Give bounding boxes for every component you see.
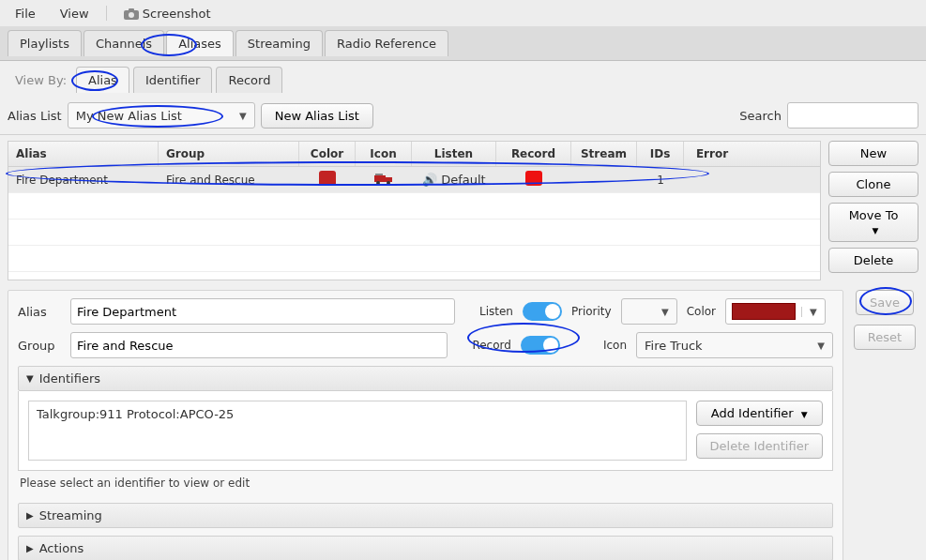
svg-rect-1 — [129, 8, 134, 11]
new-button[interactable]: New — [828, 141, 918, 166]
list-item[interactable]: Talkgroup:911 Protocol:APCO-25 — [37, 407, 678, 421]
sub-tab-record[interactable]: Record — [216, 67, 282, 93]
chevron-down-icon: ▼ — [26, 373, 34, 384]
tab-aliases[interactable]: Aliases — [166, 30, 234, 56]
svg-point-6 — [387, 181, 390, 185]
identifiers-label: Identifiers — [39, 371, 100, 386]
svg-rect-7 — [375, 174, 383, 175]
record-label: Record — [472, 339, 510, 352]
th-listen[interactable]: Listen — [412, 142, 496, 166]
new-alias-list-button[interactable]: New Alias List — [261, 103, 373, 129]
identifier-hint: Please select an identifier to view or e… — [18, 471, 833, 495]
add-identifier-button[interactable]: Add Identifier ▼ — [696, 401, 823, 426]
identifier-buttons: Add Identifier ▼ Delete Identifier — [696, 401, 823, 461]
chevron-down-icon: ▼ — [801, 307, 825, 317]
svg-point-5 — [376, 181, 380, 185]
tab-streaming[interactable]: Streaming — [235, 30, 323, 56]
aliaslist-label: Alias List — [8, 109, 62, 123]
th-error[interactable]: Error — [684, 142, 740, 166]
menu-separator — [106, 6, 107, 21]
chevron-down-icon: ▼ — [801, 410, 808, 419]
color-swatch — [319, 171, 336, 186]
chevron-right-icon: ▶ — [26, 510, 34, 521]
th-color[interactable]: Color — [299, 142, 356, 166]
cell-record — [496, 167, 571, 192]
identifiers-header[interactable]: ▼ Identifiers — [18, 366, 833, 391]
color-combo[interactable]: ▼ — [725, 298, 826, 325]
alias-field-row: Alias Listen Priority ▼ Color ▼ — [18, 298, 833, 325]
group-input[interactable] — [70, 332, 448, 358]
actions-label: Actions — [39, 541, 84, 555]
table-row[interactable] — [8, 219, 820, 246]
sub-tab-alias[interactable]: Alias — [76, 67, 129, 93]
menu-screenshot[interactable]: Screenshot — [114, 3, 220, 24]
icon-combo[interactable]: Fire Truck ▼ — [636, 332, 833, 358]
aliaslist-combo[interactable]: My New Alias List ▼ — [68, 102, 255, 129]
th-group[interactable]: Group — [159, 142, 299, 166]
color-label: Color — [687, 305, 716, 318]
menu-file[interactable]: File — [6, 3, 45, 24]
streaming-label: Streaming — [39, 508, 102, 522]
sub-area: View By: Alias Identifier Record Alias L… — [0, 61, 926, 135]
listen-toggle[interactable] — [523, 302, 562, 321]
priority-combo[interactable]: ▼ — [621, 298, 677, 325]
delete-identifier-button[interactable]: Delete Identifier — [696, 433, 823, 459]
cell-group: Fire and Rescue — [159, 170, 299, 190]
cell-error — [684, 176, 740, 184]
th-ids[interactable]: IDs — [637, 142, 684, 166]
move-to-button[interactable]: Move To ▼ — [828, 203, 918, 242]
identifiers-body: Talkgroup:911 Protocol:APCO-25 Add Ident… — [18, 391, 833, 471]
cell-stream — [571, 176, 637, 184]
table-row[interactable]: Fire Department Fire and Rescue 🔊 Defaul… — [8, 167, 820, 193]
side-button-column: New Clone Move To ▼ Delete — [828, 141, 918, 280]
listen-label: Listen — [479, 305, 513, 318]
sub-tab-identifier[interactable]: Identifier — [133, 67, 213, 93]
svg-rect-3 — [374, 175, 386, 182]
tab-channels[interactable]: Channels — [83, 30, 164, 56]
content-split: Alias Group Color Icon Listen Record Str… — [0, 135, 926, 286]
streaming-header[interactable]: ▶ Streaming — [18, 503, 833, 528]
delete-button[interactable]: Delete — [828, 248, 918, 273]
tab-playlists[interactable]: Playlists — [8, 30, 82, 56]
th-alias[interactable]: Alias — [8, 142, 159, 166]
detail-right-column: Save Reset — [851, 290, 918, 560]
icon-combo-value: Fire Truck — [645, 339, 703, 353]
identifier-list[interactable]: Talkgroup:911 Protocol:APCO-25 — [28, 401, 687, 461]
color-swatch — [732, 303, 796, 320]
table-row[interactable] — [8, 193, 820, 219]
tab-radio-reference[interactable]: Radio Reference — [325, 30, 448, 56]
chevron-down-icon: ▼ — [873, 226, 879, 235]
move-to-label: Move To — [849, 208, 899, 222]
alias-input[interactable] — [70, 298, 455, 325]
chevron-down-icon: ▼ — [661, 307, 669, 317]
clone-button[interactable]: Clone — [828, 172, 918, 197]
cell-color — [299, 167, 356, 192]
alias-table: Alias Group Color Icon Listen Record Str… — [8, 141, 821, 280]
viewby-label: View By: — [8, 68, 74, 93]
viewby-row: View By: Alias Identifier Record — [8, 67, 918, 93]
chevron-down-icon: ▼ — [817, 341, 825, 351]
add-identifier-label: Add Identifier — [711, 406, 794, 420]
cell-ids: 1 — [637, 170, 684, 190]
speaker-icon: 🔊 — [422, 173, 437, 187]
th-icon[interactable]: Icon — [356, 142, 412, 166]
group-field-row: Group Record Icon Fire Truck ▼ — [18, 332, 833, 358]
th-record[interactable]: Record — [496, 142, 571, 166]
aliaslist-combo-value: My New Alias List — [76, 109, 182, 123]
record-toggle[interactable] — [521, 336, 560, 355]
th-stream[interactable]: Stream — [571, 142, 637, 166]
chevron-right-icon: ▶ — [26, 543, 34, 553]
menu-view[interactable]: View — [51, 3, 99, 24]
detail-form: Alias Listen Priority ▼ Color ▼ Group Re… — [8, 290, 843, 560]
record-swatch — [525, 171, 542, 186]
reset-button[interactable]: Reset — [854, 325, 916, 350]
search-input[interactable] — [787, 102, 918, 129]
alias-label: Alias — [18, 305, 61, 319]
chevron-down-icon: ▼ — [239, 111, 247, 121]
fire-truck-icon — [373, 174, 394, 188]
table-body: Fire Department Fire and Rescue 🔊 Defaul… — [8, 167, 820, 280]
save-button[interactable]: Save — [856, 290, 914, 315]
table-row[interactable] — [8, 246, 820, 272]
actions-header[interactable]: ▶ Actions — [18, 536, 833, 560]
detail-panel: Alias Listen Priority ▼ Color ▼ Group Re… — [8, 290, 918, 560]
